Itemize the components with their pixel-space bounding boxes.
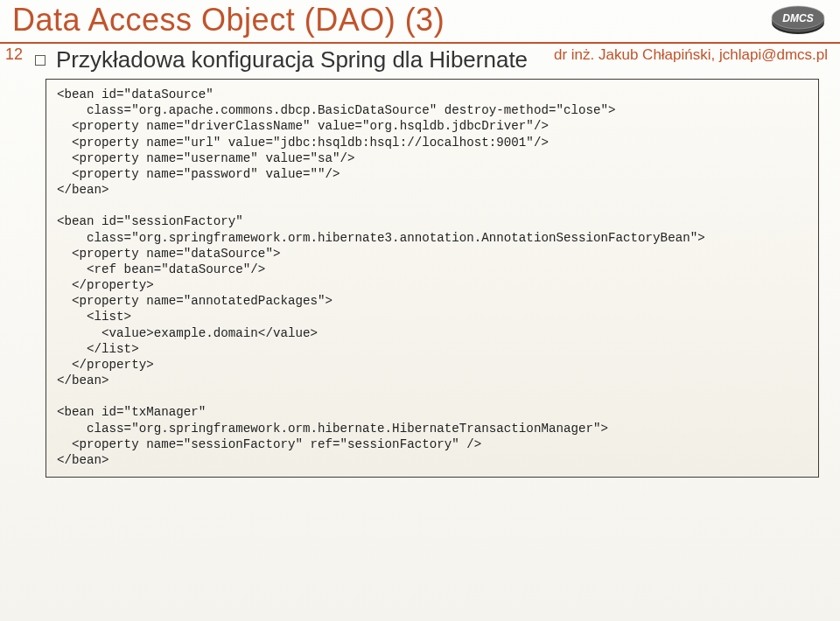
code-block: <bean id="dataSource" class="org.apache.… bbox=[46, 79, 819, 478]
dmcs-logo: DMCS bbox=[770, 5, 826, 37]
slide-title: Data Access Object (DAO) (3) bbox=[12, 2, 840, 38]
content-area: Przykładowa konfiguracja Spring dla Hibe… bbox=[0, 46, 840, 478]
svg-text:DMCS: DMCS bbox=[782, 12, 813, 24]
page-number: 12 bbox=[5, 45, 30, 64]
title-bar: Data Access Object (DAO) (3) DMCS bbox=[0, 0, 840, 44]
bullet-text: Przykładowa konfiguracja Spring dla Hibe… bbox=[56, 46, 528, 73]
author-line: dr inż. Jakub Chłapiński, jchlapi@dmcs.p… bbox=[554, 46, 828, 64]
square-bullet-icon bbox=[35, 55, 46, 66]
